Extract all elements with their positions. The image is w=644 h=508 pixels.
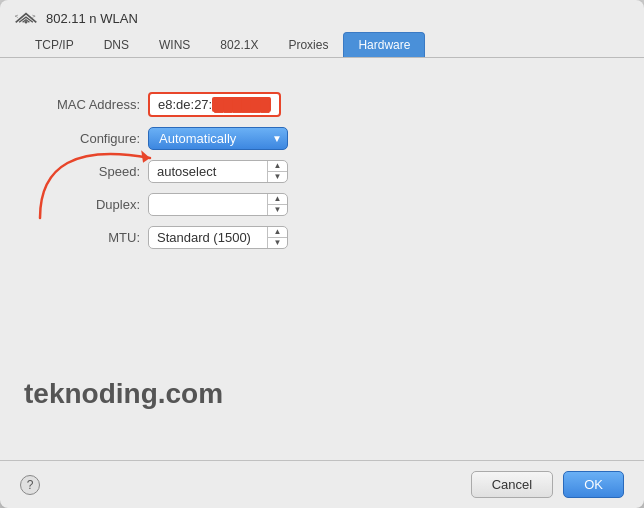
tab-proxies[interactable]: Proxies <box>273 32 343 57</box>
watermark: teknoding.com <box>24 378 223 410</box>
tab-hardware[interactable]: Hardware <box>343 32 425 57</box>
watermark-suffix: .com <box>158 378 223 409</box>
mtu-label: MTU: <box>30 230 140 245</box>
svg-text:>: > <box>32 13 36 19</box>
duplex-select-wrapper: ▲ ▼ <box>148 193 288 216</box>
bottom-buttons: Cancel OK <box>471 471 624 498</box>
help-button[interactable]: ? <box>20 475 40 495</box>
speed-select-wrapper: autoselect ▲ ▼ <box>148 160 288 183</box>
cancel-button[interactable]: Cancel <box>471 471 553 498</box>
mtu-select-wrapper: Standard (1500) ▲ ▼ <box>148 226 288 249</box>
configure-select-wrapper: Automatically ▼ <box>148 127 288 150</box>
configure-select[interactable]: Automatically <box>148 127 288 150</box>
duplex-select[interactable] <box>148 193 288 216</box>
window-title: 802.11 n WLAN <box>46 11 138 26</box>
content-area: MAC Address: e8:de:27:██████ Configure: … <box>0 58 644 460</box>
tab-8021x[interactable]: 802.1X <box>205 32 273 57</box>
tab-dns[interactable]: DNS <box>89 32 144 57</box>
svg-point-0 <box>25 21 28 24</box>
mtu-select[interactable]: Standard (1500) <box>148 226 288 249</box>
tab-wins[interactable]: WINS <box>144 32 205 57</box>
watermark-text: teknoding <box>24 378 158 409</box>
svg-text:<: < <box>15 13 19 19</box>
bottom-bar: ? Cancel OK <box>0 460 644 508</box>
wlan-icon: < > <box>14 10 38 26</box>
tab-tcpip[interactable]: TCP/IP <box>20 32 89 57</box>
main-window: < > 802.11 n WLAN TCP/IP DNS WINS 802.1X… <box>0 0 644 508</box>
ok-button[interactable]: OK <box>563 471 624 498</box>
speed-select[interactable]: autoselect <box>148 160 288 183</box>
mac-redacted: ██████ <box>212 97 271 112</box>
tabbar: TCP/IP DNS WINS 802.1X Proxies Hardware <box>0 32 644 58</box>
titlebar: < > 802.11 n WLAN <box>0 0 644 32</box>
